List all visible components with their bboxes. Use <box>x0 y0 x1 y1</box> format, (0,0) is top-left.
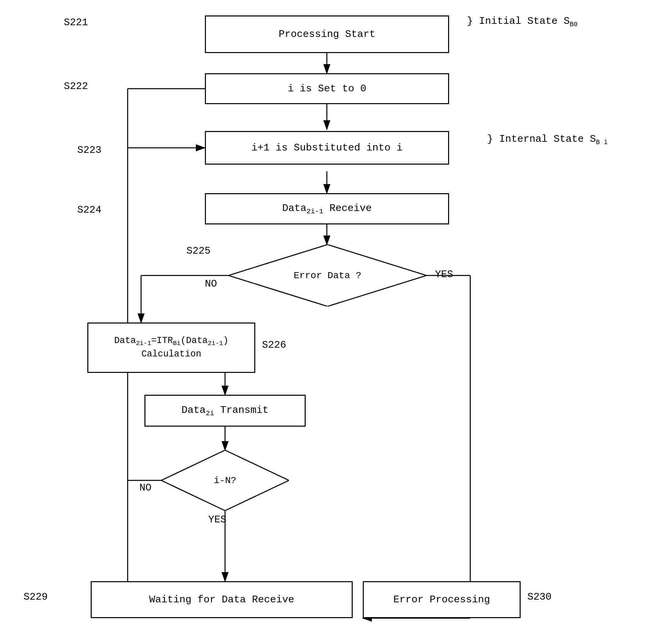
processing-start-box: Processing Start <box>205 16 449 53</box>
data-transmit-box: Data2i Transmit <box>144 395 306 427</box>
s222-label: S222 <box>64 80 88 92</box>
s230-label: S230 <box>528 591 552 603</box>
i-substituted-text: i+1 is Substituted into i <box>251 142 402 154</box>
yes-label-s228: YES <box>208 514 226 525</box>
data-receive-text: Data2i-1 Receive <box>282 203 372 215</box>
i-n-diamond: i-N? <box>161 450 289 511</box>
data-calc-text: Data2i-1=ITRBi(Data2i-1)Calculation <box>114 335 228 361</box>
waiting-box: Waiting for Data Receive <box>91 581 353 618</box>
i-substituted-box: i+1 is Substituted into i <box>205 131 449 165</box>
i-set-text: i is Set to 0 <box>287 83 366 94</box>
waiting-text: Waiting for Data Receive <box>149 594 294 605</box>
data-transmit-text: Data2i Transmit <box>181 405 268 417</box>
no-label-s228: NO <box>139 482 151 493</box>
initial-state-label: } Initial State SB0 <box>467 16 578 28</box>
s221-label: S221 <box>64 17 88 28</box>
s223-label: S223 <box>77 144 101 156</box>
internal-state-label: } Internal State SB i <box>487 131 608 148</box>
i-set-box: i is Set to 0 <box>205 73 449 104</box>
error-processing-text: Error Processing <box>393 594 490 605</box>
error-data-diamond: Error Data ? <box>228 245 427 306</box>
error-processing-box: Error Processing <box>363 581 521 618</box>
processing-start-text: Processing Start <box>278 28 375 40</box>
yes-label-s225: YES <box>435 269 453 280</box>
s225-label: S225 <box>186 245 211 257</box>
data-receive-box: Data2i-1 Receive <box>205 193 449 224</box>
i-n-text: i-N? <box>214 475 236 486</box>
error-data-text: Error Data ? <box>294 271 361 281</box>
s229-label: S229 <box>24 591 48 603</box>
no-label-s225: NO <box>205 278 217 290</box>
s224-label: S224 <box>77 204 101 216</box>
data-calc-box: Data2i-1=ITRBi(Data2i-1)Calculation <box>87 322 255 373</box>
s226-label: S226 <box>262 339 286 351</box>
